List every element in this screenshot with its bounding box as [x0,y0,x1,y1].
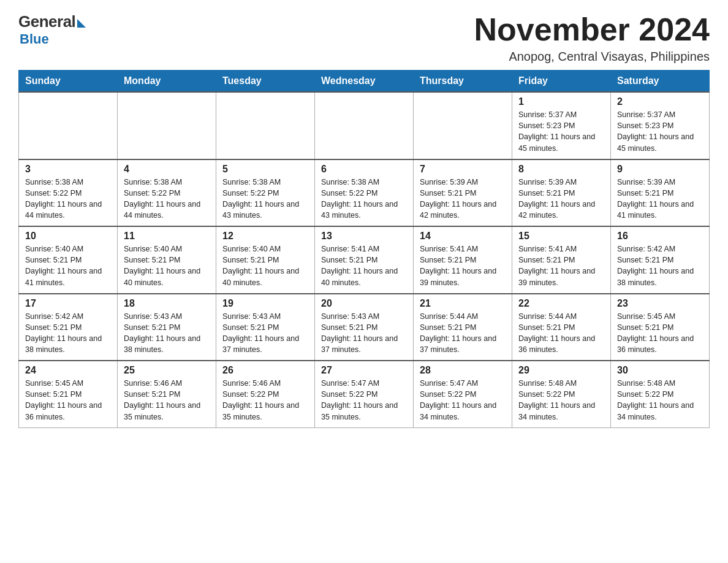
calendar-cell: 4Sunrise: 5:38 AMSunset: 5:22 PMDaylight… [118,159,216,227]
day-number: 16 [617,231,703,242]
calendar-cell: 5Sunrise: 5:38 AMSunset: 5:22 PMDaylight… [216,159,315,227]
calendar-cell: 24Sunrise: 5:45 AMSunset: 5:21 PMDayligh… [19,361,118,427]
logo-triangle-icon [77,19,86,28]
day-sun-info: Sunrise: 5:39 AMSunset: 5:21 PMDaylight:… [617,177,703,221]
calendar-cell: 3Sunrise: 5:38 AMSunset: 5:22 PMDaylight… [19,159,118,227]
day-sun-info: Sunrise: 5:37 AMSunset: 5:23 PMDaylight:… [617,109,703,154]
calendar-cell: 26Sunrise: 5:46 AMSunset: 5:22 PMDayligh… [216,361,315,427]
day-number: 20 [321,298,407,309]
calendar-cell: 29Sunrise: 5:48 AMSunset: 5:22 PMDayligh… [512,361,611,427]
calendar-table: SundayMondayTuesdayWednesdayThursdayFrid… [18,70,710,428]
day-number: 13 [321,231,407,242]
day-sun-info: Sunrise: 5:47 AMSunset: 5:22 PMDaylight:… [321,378,407,423]
logo: General Blue [18,12,88,47]
weekday-header-sunday: Sunday [19,71,118,93]
logo-general-text: General [18,12,75,31]
logo-bottom-text: Blue [20,31,49,47]
day-sun-info: Sunrise: 5:46 AMSunset: 5:21 PMDaylight:… [124,378,210,423]
calendar-cell: 13Sunrise: 5:41 AMSunset: 5:21 PMDayligh… [315,226,414,294]
calendar-cell: 27Sunrise: 5:47 AMSunset: 5:22 PMDayligh… [315,361,414,427]
day-number: 17 [25,298,111,309]
calendar-cell: 14Sunrise: 5:41 AMSunset: 5:21 PMDayligh… [414,226,512,294]
calendar-cell: 2Sunrise: 5:37 AMSunset: 5:23 PMDaylight… [611,92,710,159]
day-number: 28 [420,365,506,376]
calendar-cell: 7Sunrise: 5:39 AMSunset: 5:21 PMDaylight… [414,159,512,227]
day-number: 29 [518,365,604,376]
calendar-cell [216,92,315,159]
calendar-cell: 18Sunrise: 5:43 AMSunset: 5:21 PMDayligh… [118,294,216,361]
day-sun-info: Sunrise: 5:38 AMSunset: 5:22 PMDaylight:… [25,177,111,221]
calendar-cell [118,92,216,159]
day-sun-info: Sunrise: 5:45 AMSunset: 5:21 PMDaylight:… [25,378,111,423]
calendar-week-row: 10Sunrise: 5:40 AMSunset: 5:21 PMDayligh… [19,226,710,294]
day-number: 9 [617,164,703,175]
day-sun-info: Sunrise: 5:38 AMSunset: 5:22 PMDaylight:… [124,177,210,221]
day-number: 4 [124,164,210,175]
calendar-week-row: 3Sunrise: 5:38 AMSunset: 5:22 PMDaylight… [19,159,710,227]
day-sun-info: Sunrise: 5:43 AMSunset: 5:21 PMDaylight:… [321,311,407,356]
day-number: 3 [25,164,111,175]
calendar-cell: 19Sunrise: 5:43 AMSunset: 5:21 PMDayligh… [216,294,315,361]
page-header: General Blue November 2024 Anopog, Centr… [18,12,710,64]
day-number: 25 [124,365,210,376]
calendar-cell [414,92,512,159]
calendar-cell: 21Sunrise: 5:44 AMSunset: 5:21 PMDayligh… [414,294,512,361]
day-number: 5 [222,164,308,175]
day-sun-info: Sunrise: 5:41 AMSunset: 5:21 PMDaylight:… [321,243,407,288]
calendar-cell [315,92,414,159]
day-sun-info: Sunrise: 5:39 AMSunset: 5:21 PMDaylight:… [518,177,604,221]
calendar-cell: 22Sunrise: 5:44 AMSunset: 5:21 PMDayligh… [512,294,611,361]
day-number: 24 [25,365,111,376]
calendar-cell: 15Sunrise: 5:41 AMSunset: 5:21 PMDayligh… [512,226,611,294]
day-number: 22 [518,298,604,309]
weekday-header-wednesday: Wednesday [315,71,414,93]
calendar-week-row: 24Sunrise: 5:45 AMSunset: 5:21 PMDayligh… [19,361,710,427]
weekday-header-friday: Friday [512,71,611,93]
day-sun-info: Sunrise: 5:44 AMSunset: 5:21 PMDaylight:… [420,311,506,356]
day-sun-info: Sunrise: 5:47 AMSunset: 5:22 PMDaylight:… [420,378,506,423]
day-number: 21 [420,298,506,309]
calendar-week-row: 17Sunrise: 5:42 AMSunset: 5:21 PMDayligh… [19,294,710,361]
day-sun-info: Sunrise: 5:40 AMSunset: 5:21 PMDaylight:… [222,243,308,288]
day-number: 23 [617,298,703,309]
day-number: 18 [124,298,210,309]
day-sun-info: Sunrise: 5:42 AMSunset: 5:21 PMDaylight:… [617,243,703,288]
calendar-cell: 23Sunrise: 5:45 AMSunset: 5:21 PMDayligh… [611,294,710,361]
day-number: 8 [518,164,604,175]
weekday-header-monday: Monday [118,71,216,93]
day-number: 14 [420,231,506,242]
day-sun-info: Sunrise: 5:38 AMSunset: 5:22 PMDaylight:… [321,177,407,221]
calendar-cell: 25Sunrise: 5:46 AMSunset: 5:21 PMDayligh… [118,361,216,427]
day-sun-info: Sunrise: 5:48 AMSunset: 5:22 PMDaylight:… [518,378,604,423]
day-sun-info: Sunrise: 5:40 AMSunset: 5:21 PMDaylight:… [124,243,210,288]
calendar-week-row: 1Sunrise: 5:37 AMSunset: 5:23 PMDaylight… [19,92,710,159]
day-sun-info: Sunrise: 5:45 AMSunset: 5:21 PMDaylight:… [617,311,703,356]
calendar-cell: 8Sunrise: 5:39 AMSunset: 5:21 PMDaylight… [512,159,611,227]
day-sun-info: Sunrise: 5:48 AMSunset: 5:22 PMDaylight:… [617,378,703,423]
location-subtitle: Anopog, Central Visayas, Philippines [474,50,710,64]
day-number: 12 [222,231,308,242]
day-number: 2 [617,96,703,107]
calendar-cell: 11Sunrise: 5:40 AMSunset: 5:21 PMDayligh… [118,226,216,294]
weekday-header-saturday: Saturday [611,71,710,93]
day-sun-info: Sunrise: 5:46 AMSunset: 5:22 PMDaylight:… [222,378,308,423]
calendar-header-row: SundayMondayTuesdayWednesdayThursdayFrid… [19,71,710,93]
day-sun-info: Sunrise: 5:39 AMSunset: 5:21 PMDaylight:… [420,177,506,221]
day-number: 19 [222,298,308,309]
day-number: 11 [124,231,210,242]
calendar-cell: 6Sunrise: 5:38 AMSunset: 5:22 PMDaylight… [315,159,414,227]
day-number: 6 [321,164,407,175]
calendar-cell: 12Sunrise: 5:40 AMSunset: 5:21 PMDayligh… [216,226,315,294]
weekday-header-tuesday: Tuesday [216,71,315,93]
day-number: 1 [518,96,604,107]
calendar-cell: 9Sunrise: 5:39 AMSunset: 5:21 PMDaylight… [611,159,710,227]
weekday-header-thursday: Thursday [414,71,512,93]
calendar-cell: 30Sunrise: 5:48 AMSunset: 5:22 PMDayligh… [611,361,710,427]
day-sun-info: Sunrise: 5:43 AMSunset: 5:21 PMDaylight:… [222,311,308,356]
day-sun-info: Sunrise: 5:40 AMSunset: 5:21 PMDaylight:… [25,243,111,288]
month-year-title: November 2024 [474,12,710,47]
calendar-cell: 17Sunrise: 5:42 AMSunset: 5:21 PMDayligh… [19,294,118,361]
calendar-cell: 10Sunrise: 5:40 AMSunset: 5:21 PMDayligh… [19,226,118,294]
day-number: 26 [222,365,308,376]
day-number: 27 [321,365,407,376]
